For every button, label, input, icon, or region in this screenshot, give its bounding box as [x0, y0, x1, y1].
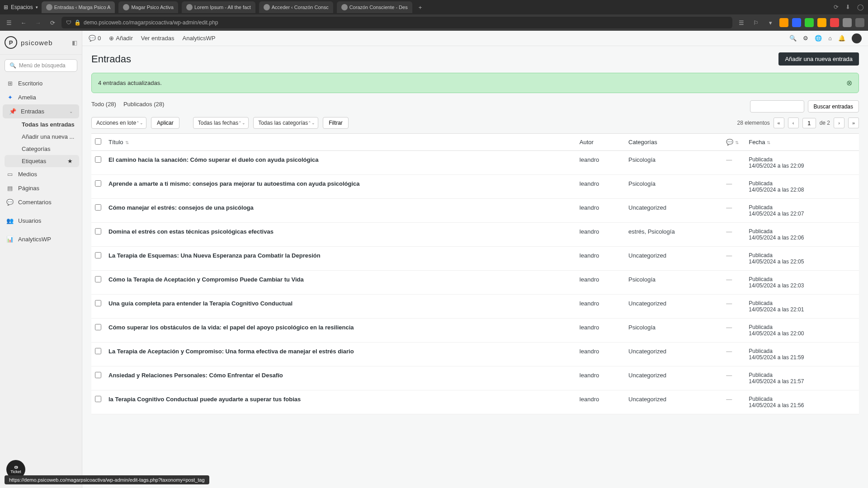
- nav-amelia[interactable]: ✦Amelia: [0, 90, 82, 104]
- home-icon[interactable]: ⌂: [828, 35, 832, 42]
- dates-select[interactable]: Todas las fechas: [193, 117, 249, 129]
- analytics-link[interactable]: AnalyticsWP: [183, 35, 216, 42]
- subnav-all-entries[interactable]: Todas las entradas: [2, 118, 82, 131]
- apply-button[interactable]: Aplicar: [151, 117, 179, 129]
- row-category[interactable]: Uncategorized: [625, 199, 722, 223]
- row-author[interactable]: leandro: [576, 319, 625, 343]
- next-page-button[interactable]: ›: [834, 117, 844, 128]
- row-category[interactable]: Uncategorized: [625, 390, 722, 414]
- row-category[interactable]: Psicología: [625, 175, 722, 199]
- categories-select[interactable]: Todas las categorías: [253, 117, 318, 129]
- filter-published[interactable]: Publicados (28): [123, 101, 164, 108]
- col-comments[interactable]: 💬⇅: [722, 134, 745, 151]
- row-author[interactable]: leandro: [576, 343, 625, 366]
- bulk-actions-select[interactable]: Acciones en lote: [91, 117, 146, 129]
- row-checkbox[interactable]: [95, 348, 101, 354]
- globe-icon[interactable]: 🌐: [815, 35, 822, 42]
- add-new-entry-button[interactable]: Añadir una nueva entrada: [778, 52, 859, 66]
- row-author[interactable]: leandro: [576, 175, 625, 199]
- page-number-input[interactable]: [802, 118, 816, 128]
- prev-page-button[interactable]: ‹: [788, 117, 799, 128]
- sync-icon[interactable]: ⟳: [834, 4, 841, 11]
- subnav-tags[interactable]: Etiquetas★: [5, 155, 79, 167]
- row-checkbox[interactable]: [95, 372, 101, 378]
- row-title[interactable]: La Terapia de Esquemas: Una Nueva Espera…: [105, 247, 576, 271]
- bookmark-icon[interactable]: ⚐: [750, 19, 761, 26]
- row-checkbox[interactable]: [95, 252, 101, 258]
- nav-comments[interactable]: 💬Comentarios: [0, 195, 82, 209]
- row-checkbox[interactable]: [95, 228, 101, 235]
- row-author[interactable]: leandro: [576, 390, 625, 414]
- row-title[interactable]: Aprende a amarte a ti mismo: consejos pa…: [105, 175, 576, 199]
- bell-icon[interactable]: 🔔: [838, 35, 845, 42]
- chevron-down-icon[interactable]: ▾: [765, 19, 776, 26]
- row-category[interactable]: Uncategorized: [625, 295, 722, 319]
- new-tab-button[interactable]: +: [416, 4, 425, 11]
- row-checkbox[interactable]: [95, 396, 101, 402]
- nav-pages[interactable]: ▤Páginas: [0, 181, 82, 195]
- row-category[interactable]: Psicología: [625, 151, 722, 175]
- browser-tab[interactable]: Acceder ‹ Corazón Consc: [259, 1, 333, 13]
- user-avatar[interactable]: [852, 33, 862, 43]
- row-checkbox[interactable]: [95, 276, 101, 282]
- col-date[interactable]: Fecha⇅: [745, 134, 859, 151]
- subnav-categories[interactable]: Categorías: [2, 143, 82, 155]
- row-title[interactable]: la Terapia Cognitivo Conductual puede ay…: [105, 390, 576, 414]
- row-category[interactable]: Psicología: [625, 319, 722, 343]
- row-category[interactable]: Psicología: [625, 271, 722, 295]
- row-author[interactable]: leandro: [576, 199, 625, 223]
- reader-icon[interactable]: ☰: [736, 19, 747, 26]
- row-title[interactable]: Cómo manejar el estrés: consejos de una …: [105, 199, 576, 223]
- col-author[interactable]: Autor: [576, 134, 625, 151]
- menu-search[interactable]: 🔍 Menú de búsqueda: [5, 59, 77, 72]
- last-page-button[interactable]: »: [848, 117, 859, 128]
- download-icon[interactable]: ⬇: [845, 4, 853, 11]
- row-author[interactable]: leandro: [576, 295, 625, 319]
- browser-spaces[interactable]: ⊞Espacios▾: [4, 4, 38, 10]
- browser-tab[interactable]: Entradas ‹ Marga Psico A: [42, 1, 115, 13]
- row-author[interactable]: leandro: [576, 151, 625, 175]
- col-title[interactable]: Título⇅: [105, 134, 576, 151]
- row-category[interactable]: Uncategorized: [625, 247, 722, 271]
- subnav-add-entry[interactable]: Añadir una nueva ...: [2, 131, 82, 143]
- reload-icon[interactable]: ⟳: [47, 19, 58, 26]
- row-checkbox[interactable]: [95, 180, 101, 187]
- browser-tab[interactable]: Magar Psico Activa: [118, 1, 178, 13]
- select-all-checkbox[interactable]: [95, 138, 101, 145]
- nav-users[interactable]: 👥Usuarios: [0, 214, 82, 228]
- back-icon[interactable]: ←: [18, 19, 29, 26]
- row-category[interactable]: Uncategorized: [625, 343, 722, 366]
- settings-icon[interactable]: ⚙: [803, 35, 808, 42]
- collapse-icon[interactable]: ◧: [72, 39, 77, 46]
- extension-icon[interactable]: [779, 18, 788, 27]
- row-checkbox[interactable]: [95, 204, 101, 211]
- row-checkbox[interactable]: [95, 156, 101, 163]
- row-title[interactable]: Ansiedad y Relaciones Personales: Cómo E…: [105, 366, 576, 390]
- extension-icon[interactable]: [843, 18, 852, 27]
- row-category[interactable]: estrés, Psicología: [625, 223, 722, 247]
- row-checkbox[interactable]: [95, 324, 101, 330]
- row-author[interactable]: leandro: [576, 223, 625, 247]
- search-entries-input[interactable]: [750, 100, 804, 113]
- row-title[interactable]: La Terapia de Aceptación y Compromiso: U…: [105, 343, 576, 366]
- nav-desktop[interactable]: ⊞Escritorio: [0, 76, 82, 90]
- nav-analytics[interactable]: 📊AnalyticsWP: [0, 232, 82, 246]
- first-page-button[interactable]: «: [774, 117, 784, 128]
- extension-icon[interactable]: [805, 18, 814, 27]
- url-bar[interactable]: 🛡 🔒 demo.psicoweb.co/magarpsicoactiva/wp…: [61, 17, 732, 28]
- browser-tab[interactable]: Corazón Consciente - Des: [337, 1, 412, 13]
- filter-button[interactable]: Filtrar: [323, 117, 349, 129]
- row-title[interactable]: Cómo superar los obstáculos de la vida: …: [105, 319, 576, 343]
- row-checkbox[interactable]: [95, 300, 101, 306]
- sidebar-toggle-icon[interactable]: ☰: [4, 19, 14, 26]
- browser-tab[interactable]: Lorem Ipsum - All the fact: [182, 1, 255, 13]
- search-entries-button[interactable]: Buscar entradas: [808, 100, 859, 113]
- filter-all[interactable]: Todo (28): [91, 101, 116, 108]
- row-title[interactable]: Cómo la Terapia de Aceptación y Compromi…: [105, 271, 576, 295]
- comments-count[interactable]: 💬0: [89, 35, 101, 42]
- nav-media[interactable]: ▭Medios: [0, 167, 82, 181]
- col-categories[interactable]: Categorías: [625, 134, 722, 151]
- extension-icon[interactable]: [817, 18, 826, 27]
- profile-icon[interactable]: ◯: [857, 4, 864, 11]
- row-title[interactable]: Una guía completa para entender la Terap…: [105, 295, 576, 319]
